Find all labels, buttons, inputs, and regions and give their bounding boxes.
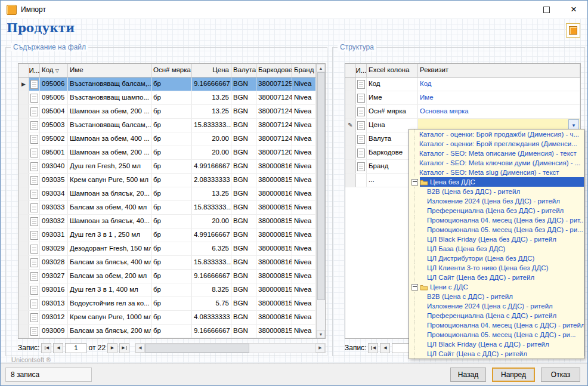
- back-button[interactable]: Назад: [450, 368, 486, 382]
- vertical-scrollbar[interactable]: ▲ ▼: [316, 64, 325, 338]
- col-header-icon[interactable]: И...: [356, 64, 367, 77]
- table-row[interactable]: 093013 Водоустойчив гел за ко... бр 5.75…: [18, 297, 316, 311]
- first-record-button[interactable]: ◀: [41, 343, 51, 353]
- table-row[interactable]: 093016 Душ гел 3 в 1, 400 мл бр 8.325 BG…: [18, 283, 316, 297]
- mapping-row[interactable]: Осн# мярка Основна мярка: [345, 105, 580, 119]
- dropdown-item[interactable]: Каталог - SEO: Meta slug (Дименсия) - те…: [409, 168, 584, 177]
- table-row[interactable]: 095003 Възстановяващ балсам,... бр 15.83…: [18, 119, 316, 132]
- dropdown-item[interactable]: ЦЛ База (Цена без ДДС): [409, 244, 584, 254]
- row-selector: [18, 132, 29, 146]
- dropdown-item[interactable]: Каталог - SEO: Meta описание (Дименсия) …: [409, 149, 584, 158]
- dropdown-item[interactable]: Промоционална 04. месец (Цена без ДДС) -…: [409, 215, 584, 225]
- dropdown-item[interactable]: ЦЛ Black Friday (Цена с ДДС) - ритейл: [409, 339, 584, 349]
- table-row[interactable]: 093033 Балсам за обем, 400 мл бр 15.8333…: [18, 201, 316, 215]
- table-row[interactable]: 095004 Шампоан за обем, 200 ... бр 13.25…: [18, 105, 316, 119]
- cell-attribute[interactable]: Име: [418, 91, 580, 104]
- dropdown-item[interactable]: Преференциална (Цена с ДДС) - ритейл: [409, 311, 584, 320]
- col-header-currency[interactable]: Валута: [231, 64, 256, 77]
- table-row[interactable]: 093035 Крем сапун Pure, 500 мл бр 2.0833…: [18, 174, 316, 187]
- dropdown-item[interactable]: Преференциална (Цена без ДДС) - ритейл: [409, 206, 584, 215]
- scroll-right-icon[interactable]: ▶: [315, 344, 325, 353]
- dropdown-item[interactable]: Цена без ДДС: [409, 177, 584, 187]
- previous-record-button[interactable]: ◀: [53, 343, 63, 353]
- dropdown-item[interactable]: ЦЛ Сайт (Цена без ДДС) - ритейл: [409, 273, 584, 282]
- table-row[interactable]: 093032 Шампоан за блясък, 40... бр 20.00…: [18, 215, 316, 228]
- col-header-name[interactable]: Име: [68, 64, 151, 77]
- table-row[interactable]: 095005 Възстановяващ шампо... бр 13.25 B…: [18, 91, 316, 105]
- dropdown-item[interactable]: Промоционална 05. месец (Цена без ДДС) -…: [409, 225, 584, 234]
- cell-name: Шампоан за обем, 200 ...: [68, 146, 151, 159]
- cell-attribute[interactable]: Код: [418, 78, 580, 91]
- dropdown-item[interactable]: B2B (Цена с ДДС) - ритейл: [409, 292, 584, 301]
- table-row[interactable]: 093040 Душ гел Fresh, 250 мл бр 4.991666…: [18, 160, 316, 174]
- mapping-row[interactable]: Име Име: [345, 91, 580, 105]
- dropdown-item[interactable]: ЦЛ Дистрибутори (Цена без ДДС): [409, 254, 584, 263]
- cell-price: 20.00: [192, 146, 231, 159]
- dropdown-item-label: ЦЛ Black Friday (Цена с ДДС) - ритейл: [427, 341, 549, 348]
- col-header-code[interactable]: Код ▽: [40, 64, 68, 77]
- dropdown-item[interactable]: Каталог - SEO: Meta ключови думи (Дименс…: [409, 158, 584, 168]
- maximize-button[interactable]: [533, 1, 560, 18]
- horizontal-scrollbar-thumb[interactable]: [145, 344, 249, 353]
- dropdown-item[interactable]: Каталог - оценки: Брой преглеждания (Дим…: [409, 139, 584, 149]
- previous-record-button[interactable]: ◀: [380, 343, 390, 353]
- first-record-button[interactable]: ◀: [368, 343, 378, 353]
- horizontal-scrollbar[interactable]: ◀ ▶: [135, 343, 326, 353]
- scroll-down-icon[interactable]: ▼: [317, 330, 325, 338]
- dropdown-item[interactable]: Промоционална 05. месец (Цена с ДДС) - р…: [409, 330, 584, 339]
- table-row[interactable]: 095001 Шампоан за обем, 200 ... бр 20.00…: [18, 146, 316, 160]
- cell-brand: Nivea: [292, 105, 316, 118]
- col-header-excel-column[interactable]: Excel колона: [367, 64, 418, 77]
- dropdown-item[interactable]: Промоционална 04. месец (Цена с ДДС) - р…: [409, 320, 584, 330]
- cell-brand: Nivea: [292, 160, 316, 173]
- table-row[interactable]: 093034 Шампоан за блясък, 20... бр 13.25…: [18, 187, 316, 201]
- table-row[interactable]: ▶ 095006 Възстановяващ балсам,... бр 9.1…: [18, 78, 316, 91]
- document-icon: [30, 299, 38, 308]
- form-designer-button[interactable]: [566, 23, 580, 38]
- dropdown-item[interactable]: Цени с ДДС: [409, 282, 584, 292]
- col-header-barcodes[interactable]: Баркодове: [256, 64, 292, 77]
- col-header-icon[interactable]: И...: [29, 64, 40, 77]
- scroll-left-icon[interactable]: ◀: [135, 344, 145, 353]
- table-row[interactable]: 093027 Балсам за обем, 200 мл бр 9.16666…: [18, 270, 316, 283]
- dropdown-item[interactable]: Каталог - оценки: Брой продажби (Дименси…: [409, 129, 584, 139]
- dropdown-item[interactable]: ЦЛ Black Friday (Цена без ДДС) - ритейл: [409, 234, 584, 244]
- row-selector: [345, 146, 356, 159]
- dropdown-item[interactable]: Изложение 2024 (Цена без ДДС) - ритейл: [409, 196, 584, 206]
- col-header-unit[interactable]: Осн# мярка: [151, 64, 192, 77]
- col-header-brand[interactable]: Бранд: [292, 64, 316, 77]
- table-row[interactable]: 093031 Душ гел 3 в 1 , 250 мл бр 4.99166…: [18, 228, 316, 242]
- dialog-footer: 8 записа Назад Напред Отказ: [1, 363, 587, 385]
- col-header-price[interactable]: Цена: [192, 64, 231, 77]
- row-selector: [18, 325, 29, 338]
- dropdown-item[interactable]: Изложение 2024 (Цена с ДДС) - ритейл: [409, 301, 584, 311]
- vertical-scrollbar-thumb[interactable]: [317, 72, 325, 300]
- col-header-attribute[interactable]: Реквизит: [418, 64, 580, 77]
- cancel-button[interactable]: Отказ: [541, 368, 580, 382]
- collapse-icon[interactable]: [411, 284, 418, 291]
- dropdown-item[interactable]: ЦЛ Сайт (Цена с ДДС) - ритейл: [409, 349, 584, 359]
- table-row[interactable]: 093009 Балсам за блясък, 200 мл бр 9.166…: [18, 325, 316, 338]
- cell-name: Душ гел 3 в 1, 400 мл: [68, 283, 151, 297]
- table-row[interactable]: 095002 Шампоан за обем, 400 ... бр 20.00…: [18, 132, 316, 146]
- record-number-input[interactable]: [65, 343, 86, 353]
- cell-icon: [356, 105, 367, 118]
- document-icon: [30, 190, 38, 199]
- collapse-icon[interactable]: [411, 179, 418, 186]
- dropdown-item-label: Каталог - оценки: Брой продажби (Дименси…: [419, 131, 579, 138]
- table-row[interactable]: 093028 Балсам за блясък, 400 мл бр 15.83…: [18, 256, 316, 270]
- last-record-button[interactable]: ▶: [119, 343, 129, 353]
- next-record-button[interactable]: ▶: [107, 343, 117, 353]
- form-icon: [569, 26, 577, 35]
- scroll-up-icon[interactable]: ▲: [317, 64, 325, 72]
- dropdown-item[interactable]: ЦЛ Клиенти 3-то ниво (Цена без ДДС): [409, 263, 584, 273]
- close-button[interactable]: ×: [560, 1, 587, 18]
- table-row[interactable]: 093012 Крем сапун Pure, 1000 мл бр 4.083…: [18, 311, 316, 325]
- cell-attribute[interactable]: Основна мярка: [418, 105, 580, 118]
- table-row[interactable]: 093029 Дезодорант Fresh, 150 мл бр 6.325…: [18, 242, 316, 256]
- cell-unit: бр: [151, 201, 192, 214]
- dropdown-item[interactable]: B2B (Цена без ДДС) - ритейл: [409, 187, 584, 196]
- cell-code: 093028: [40, 256, 68, 269]
- mapping-row[interactable]: Код Код: [345, 78, 580, 91]
- next-button[interactable]: Напред: [492, 368, 535, 382]
